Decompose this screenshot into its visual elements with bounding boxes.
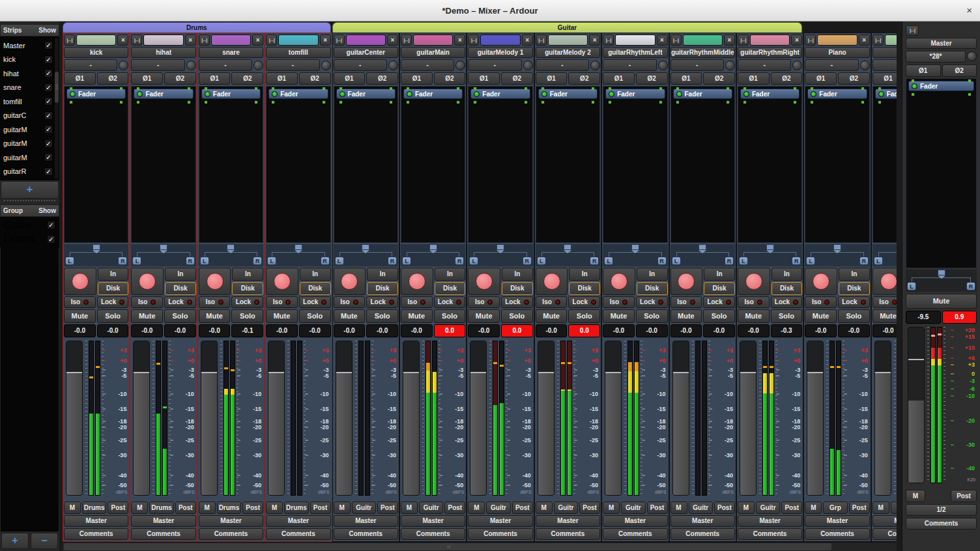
solo-button[interactable]: Solo [366,309,398,323]
group-button[interactable]: Guitr [554,502,578,514]
solo-button[interactable]: Solo [97,309,129,323]
processor-active-led[interactable] [743,91,749,97]
mono-button[interactable]: M [906,490,925,502]
hide-strip-button[interactable]: × [657,35,668,46]
record-arm-button[interactable] [131,268,164,295]
output-button[interactable]: Master [468,515,532,527]
metering-point-button[interactable]: Post [951,490,977,502]
strips-list-item[interactable]: Master✓ [2,38,54,53]
strips-list-item[interactable]: kick✓ [2,53,54,67]
mono-button[interactable]: M [401,502,418,514]
channel-fader[interactable] [807,341,824,496]
phase-1-button[interactable]: Ø1 [906,64,941,77]
trim-knob[interactable] [321,61,331,70]
solo-isolate-button[interactable]: Iso [805,296,837,308]
monitor-disk-button[interactable]: Disk [771,282,803,295]
output-button[interactable]: Master [872,515,897,527]
channel-fader[interactable] [133,341,150,496]
monitor-disk-button[interactable]: Disk [232,282,263,295]
group-button[interactable]: Guitr [352,502,376,514]
strip-visible-checkbox[interactable]: ✓ [44,153,53,162]
hide-strip-button[interactable]: × [454,35,465,46]
strip-name-button[interactable]: Master [906,38,977,49]
narrow-strip-button[interactable]: |↔| [805,35,816,46]
pan-control[interactable]: LR [738,244,802,266]
strip-name-button[interactable]: guitarCenter [334,47,398,58]
mute-button[interactable]: Mute [738,309,770,323]
groups-list-item[interactable]: Guitar✓ [1,218,58,233]
group-button[interactable]: Guitr [486,502,510,514]
pan-control[interactable]: LR [603,244,667,266]
output-button[interactable]: Master [334,515,398,527]
phase-2-button[interactable]: Ø2 [636,72,668,85]
record-arm-button[interactable] [64,268,96,295]
pan-control[interactable]: LR [468,244,532,266]
output-button[interactable]: Master [536,515,600,527]
trim-knob[interactable] [590,61,600,70]
processor-active-led[interactable] [137,91,143,97]
solo-lock-button[interactable]: Lock [838,296,870,308]
monitor-disk-button[interactable]: Disk [435,282,466,295]
comments-button[interactable]: Comments [401,528,465,540]
gain-display[interactable]: -0.0 [805,324,837,337]
strips-list-item[interactable]: guitarM✓ [2,122,54,137]
trim-knob[interactable] [186,61,196,70]
pan-control[interactable]: LR [199,244,263,266]
solo-lock-button[interactable]: Lock [164,296,196,308]
groups-list-item[interactable]: Drums✓ [1,233,58,247]
pan-control[interactable]: LR [536,244,600,266]
channel-fader[interactable] [605,341,622,496]
comments-button[interactable]: Comments [199,528,263,540]
narrow-strip-button[interactable]: |↔| [603,35,614,46]
strip-visible-checkbox[interactable]: ✓ [44,125,53,134]
processor-box[interactable]: Fader [805,86,869,243]
metering-point-button[interactable]: Post [849,502,870,514]
strip-name-button[interactable]: tomfill [266,47,330,58]
fader-processor-button[interactable]: Fader [908,81,974,91]
phase-2-button[interactable]: Ø2 [231,72,263,85]
peak-display[interactable]: -0.0 [299,324,331,337]
channel-fader[interactable] [66,341,83,496]
peak-display[interactable]: -0.0 [636,324,668,337]
record-arm-button[interactable] [670,268,703,295]
strip-color-bar[interactable] [817,35,857,46]
narrow-strip-button[interactable]: |↔| [536,35,547,46]
fader-processor-button[interactable]: Fader [538,89,598,99]
hide-strip-button[interactable]: × [589,35,600,46]
processor-box[interactable]: Fader [266,86,330,243]
pan-handle[interactable] [766,244,774,250]
mute-button[interactable]: Mute [603,309,635,323]
group-button[interactable]: Grp [823,502,847,514]
horizontal-scrollbar[interactable] [63,542,897,551]
solo-isolate-button[interactable]: Iso [468,296,500,308]
solo-button[interactable]: Solo [434,309,466,323]
solo-button[interactable]: Solo [703,309,735,323]
pan-handle[interactable] [699,244,706,250]
strip-color-bar[interactable] [885,35,897,46]
processor-active-led[interactable] [609,91,614,97]
channel-fader[interactable] [908,327,925,483]
narrow-strip-button[interactable]: |↔| [334,35,345,46]
strip-name-button[interactable]: guitarMain [401,47,465,58]
phase-1-button[interactable]: Ø1 [266,72,298,85]
pan-handle[interactable] [227,244,235,250]
peak-display[interactable]: 0.0 [568,324,600,337]
phase-1-button[interactable]: Ø1 [603,72,635,85]
fader-processor-button[interactable]: Fader [470,89,530,99]
mute-button[interactable]: Mute [468,309,500,323]
fader-processor-button[interactable]: Fader [673,89,732,99]
metering-point-button[interactable]: Post [108,502,128,514]
pan-control[interactable]: LR [266,244,330,266]
pan-handle[interactable] [938,270,945,276]
solo-button[interactable]: Solo [501,309,533,323]
processor-box[interactable]: Fader [872,86,897,243]
trim-knob[interactable] [119,61,128,70]
monitor-disk-button[interactable]: Disk [569,282,600,295]
solo-lock-button[interactable]: Lock [501,296,533,308]
solo-isolate-button[interactable]: Iso [401,296,433,308]
mute-button[interactable]: Mute [64,309,96,323]
monitor-input-button[interactable]: In [232,268,263,281]
solo-button[interactable]: Solo [164,309,196,323]
fader-processor-button[interactable]: Fader [201,89,261,99]
phase-2-button[interactable]: Ø2 [366,72,398,85]
